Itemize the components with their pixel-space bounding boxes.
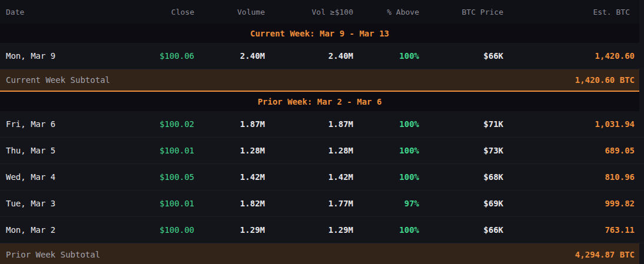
cell-vol-above: 2.40M	[265, 51, 353, 61]
column-header-btc-price: BTC Price	[419, 8, 503, 16]
cell-pct-above: 97%	[353, 199, 419, 208]
column-header-volume: Volume	[194, 8, 265, 16]
cell-volume: 1.87M	[194, 119, 265, 129]
table-row: Fri, Mar 6$100.021.87M1.87M100%$71K1,031…	[0, 111, 644, 138]
section-title: Current Week: Mar 9 - Mar 13	[250, 29, 389, 38]
cell-close: $100.00	[141, 225, 194, 235]
cell-date: Wed, Mar 4	[6, 172, 141, 182]
cell-close: $100.01	[141, 146, 194, 155]
table-row: Wed, Mar 4$100.051.42M1.42M100%$68K810.9…	[0, 164, 644, 191]
cell-close: $100.01	[141, 199, 194, 208]
cell-btc-price: $73K	[419, 146, 503, 155]
cell-volume: 1.29M	[194, 225, 265, 235]
cell-est-btc: 999.82	[503, 199, 635, 208]
cell-date: Mon, Mar 9	[6, 51, 141, 61]
cell-volume: 1.42M	[194, 172, 265, 182]
cell-date: Thu, Mar 5	[6, 146, 141, 155]
table-row: Mon, Mar 9$100.062.40M2.40M100%$66K1,420…	[0, 43, 644, 69]
subtotal-label: Current Week Subtotal	[6, 75, 110, 85]
section-title: Prior Week: Mar 2 - Mar 6	[258, 97, 382, 106]
column-header-close: Close	[141, 8, 194, 16]
volume-report-table: Date Close Volume Vol ≥$100 % Above BTC …	[0, 0, 644, 264]
cell-pct-above: 100%	[353, 146, 419, 155]
subtotal-row: Current Week Subtotal1,420.60 BTC	[0, 69, 639, 92]
subtotal-label: Prior Week Subtotal	[6, 250, 100, 259]
cell-date: Mon, Mar 2	[6, 225, 141, 235]
subtotal-value: 4,294.87 BTC	[575, 250, 635, 259]
cell-date: Tue, Mar 3	[6, 199, 141, 208]
cell-vol-above: 1.29M	[265, 225, 353, 235]
cell-pct-above: 100%	[353, 172, 419, 182]
cell-pct-above: 100%	[353, 51, 419, 61]
cell-btc-price: $66K	[419, 225, 503, 235]
cell-volume: 2.40M	[194, 51, 265, 61]
cell-est-btc: 810.96	[503, 172, 635, 182]
subtotal-value: 1,420.60 BTC	[575, 75, 635, 85]
cell-close: $100.02	[141, 119, 194, 129]
table-row: Tue, Mar 3$100.011.82M1.77M97%$69K999.82	[0, 191, 644, 217]
column-header-vol-above: Vol ≥$100	[265, 8, 353, 16]
cell-vol-above: 1.42M	[265, 172, 353, 182]
cell-date: Fri, Mar 6	[6, 119, 141, 129]
column-header-pct-above: % Above	[353, 8, 419, 16]
table-row: Mon, Mar 2$100.001.29M1.29M100%$66K763.1…	[0, 217, 644, 243]
column-header-date: Date	[6, 8, 141, 16]
cell-est-btc: 763.11	[503, 225, 635, 235]
cell-volume: 1.82M	[194, 199, 265, 208]
cell-est-btc: 1,420.60	[503, 51, 635, 61]
section-header: Current Week: Mar 9 - Mar 13	[0, 24, 639, 43]
cell-vol-above: 1.77M	[265, 199, 353, 208]
cell-btc-price: $66K	[419, 51, 503, 61]
table-body: Current Week: Mar 9 - Mar 13Mon, Mar 9$1…	[0, 24, 644, 264]
section-header: Prior Week: Mar 2 - Mar 6	[0, 92, 639, 111]
cell-vol-above: 1.28M	[265, 146, 353, 155]
column-header-est-btc: Est. BTC	[503, 8, 630, 16]
cell-volume: 1.28M	[194, 146, 265, 155]
table-row: Thu, Mar 5$100.011.28M1.28M100%$73K689.0…	[0, 138, 644, 164]
cell-pct-above: 100%	[353, 119, 419, 129]
cell-est-btc: 1,031.94	[503, 119, 635, 129]
cell-close: $100.06	[141, 51, 194, 61]
cell-close: $100.05	[141, 172, 194, 182]
cell-est-btc: 689.05	[503, 146, 635, 155]
cell-btc-price: $71K	[419, 119, 503, 129]
cell-pct-above: 100%	[353, 225, 419, 235]
table-header-row: Date Close Volume Vol ≥$100 % Above BTC …	[0, 0, 639, 24]
cell-btc-price: $69K	[419, 199, 503, 208]
cell-vol-above: 1.87M	[265, 119, 353, 129]
cell-btc-price: $68K	[419, 172, 503, 182]
subtotal-row: Prior Week Subtotal4,294.87 BTC	[0, 243, 639, 264]
